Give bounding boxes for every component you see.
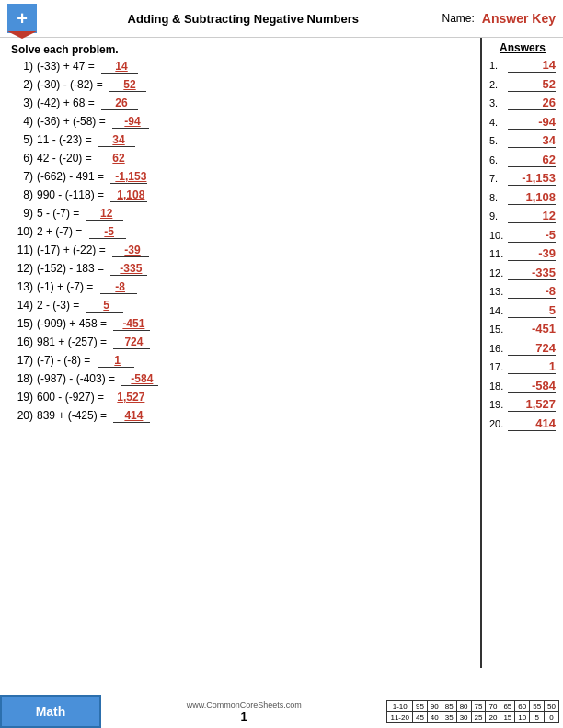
problem-answer: 724	[113, 336, 150, 349]
score-value: 70	[486, 700, 500, 711]
problem-number: 13)	[11, 280, 33, 293]
ak-answer-value: -1,153	[508, 171, 556, 186]
answer-key-row: 5.34	[489, 133, 556, 148]
score-value: 65	[500, 700, 515, 711]
ak-number: 15.	[489, 324, 508, 335]
logo-icon	[7, 4, 37, 33]
problem-row: 9)5 - (-7) = 12	[11, 207, 469, 221]
problem-answer: 1	[98, 354, 134, 368]
answer-key-row: 13.-8	[489, 284, 556, 299]
answer-key-row: 3.26	[489, 96, 556, 110]
problem-number: 16)	[11, 336, 33, 348]
score-value: 45	[412, 711, 427, 722]
footer-math-label: Math	[0, 695, 101, 728]
ak-number: 4.	[489, 117, 508, 128]
ak-number: 8.	[489, 192, 508, 203]
ak-answer-value: -8	[508, 284, 556, 299]
problem-row: 12)(-152) - 183 = -335	[11, 262, 469, 276]
problem-answer: 14	[101, 60, 138, 74]
problem-expression: (-7) - (-8) = 1	[37, 354, 469, 368]
ak-answer-value: 26	[508, 96, 556, 110]
score-value: 15	[500, 711, 515, 722]
answer-key-row: 14.5	[489, 303, 556, 318]
page-footer: Math www.CommonCoreSheets.com 1 1-109590…	[0, 695, 563, 728]
answer-key-row: 19.1,527	[489, 397, 556, 412]
problem-answer: 62	[98, 152, 135, 165]
answer-key-title: Answers	[489, 41, 556, 54]
ak-answer-value: 14	[508, 58, 556, 73]
problem-expression: 981 + (-257) = 724	[37, 336, 469, 349]
ak-number: 12.	[489, 267, 508, 279]
problem-expression: (-17) + (-22) = -39	[37, 244, 469, 257]
ak-answer-value: 1,108	[508, 190, 556, 205]
ak-number: 16.	[489, 343, 508, 354]
problem-row: 13)(-1) + (-7) = -8	[11, 280, 469, 294]
problem-answer: -5	[89, 225, 126, 239]
main-content: Solve each problem. 1)(-33) + 47 = 142)(…	[0, 38, 563, 668]
problem-expression: 839 + (-425) = 414	[37, 409, 469, 423]
problem-row: 5)11 - (-23) = 34	[11, 133, 469, 147]
ak-answer-value: -94	[508, 115, 556, 130]
score-value: 10	[515, 711, 530, 722]
problem-expression: 2 - (-3) = 5	[37, 299, 469, 313]
score-value: 0	[545, 711, 559, 722]
ak-answer-value: 34	[508, 133, 556, 148]
ak-answer-value: 1,527	[508, 397, 556, 412]
problem-number: 9)	[11, 207, 33, 220]
score-value: 80	[456, 700, 471, 711]
ak-answer-value: -451	[508, 322, 556, 336]
score-value: 85	[442, 700, 456, 711]
logo-triangle	[7, 31, 37, 39]
score-row: 1-1095908580757065605550	[387, 700, 559, 711]
answer-key-row: 15.-451	[489, 322, 556, 336]
answer-key-row: 12.-335	[489, 266, 556, 280]
ak-answer-value: 414	[508, 416, 556, 431]
footer-url: www.CommonCoreSheets.com	[187, 700, 302, 710]
problem-expression: (-987) - (-403) = -584	[37, 372, 469, 386]
problem-expression: (-152) - 183 = -335	[37, 262, 469, 276]
answer-key-row: 1.14	[489, 58, 556, 73]
problem-number: 6)	[11, 152, 33, 165]
problem-row: 15)(-909) + 458 = -451	[11, 317, 469, 331]
problem-answer: 26	[101, 97, 138, 110]
answer-key-row: 4.-94	[489, 115, 556, 130]
ak-number: 14.	[489, 305, 508, 316]
score-value: 35	[442, 711, 456, 722]
footer-center: www.CommonCoreSheets.com 1	[101, 695, 386, 728]
problem-number: 1)	[11, 60, 33, 73]
problem-number: 20)	[11, 409, 33, 422]
ak-number: 1.	[489, 60, 508, 71]
problem-number: 3)	[11, 97, 33, 109]
ak-number: 10.	[489, 230, 508, 241]
answer-key-label: Answer Key	[482, 11, 556, 26]
score-value: 40	[427, 711, 442, 722]
problem-answer: 1,527	[110, 391, 147, 404]
problem-row: 19)600 - (-927) = 1,527	[11, 391, 469, 404]
ak-answer-value: -5	[508, 228, 556, 243]
problem-number: 7)	[11, 170, 33, 183]
problem-expression: (-30) - (-82) = 52	[37, 78, 469, 92]
score-value: 90	[427, 700, 442, 711]
ak-answer-value: -584	[508, 379, 556, 393]
problem-answer: -8	[100, 280, 137, 294]
score-value: 75	[471, 700, 486, 711]
score-value: 30	[456, 711, 471, 722]
problem-answer: -1,153	[110, 170, 147, 184]
ak-answer-value: 5	[508, 303, 556, 318]
problem-number: 12)	[11, 262, 33, 275]
problem-answer: -584	[121, 372, 158, 386]
problems-list: 1)(-33) + 47 = 142)(-30) - (-82) = 523)(…	[11, 60, 469, 423]
score-range: 11-20	[387, 711, 412, 722]
problem-number: 8)	[11, 188, 33, 201]
answer-key-row: 18.-584	[489, 379, 556, 393]
answer-key-row: 10.-5	[489, 228, 556, 243]
ak-answer-value: -335	[508, 266, 556, 280]
answer-key-section: Answers 1.142.523.264.-945.346.627.-1,15…	[480, 38, 563, 668]
problem-number: 11)	[11, 244, 33, 256]
problem-answer: -335	[110, 262, 147, 276]
ak-number: 17.	[489, 361, 508, 372]
problem-number: 18)	[11, 372, 33, 385]
problem-row: 17)(-7) - (-8) = 1	[11, 354, 469, 368]
score-value: 5	[530, 711, 545, 722]
ak-number: 11.	[489, 248, 508, 259]
